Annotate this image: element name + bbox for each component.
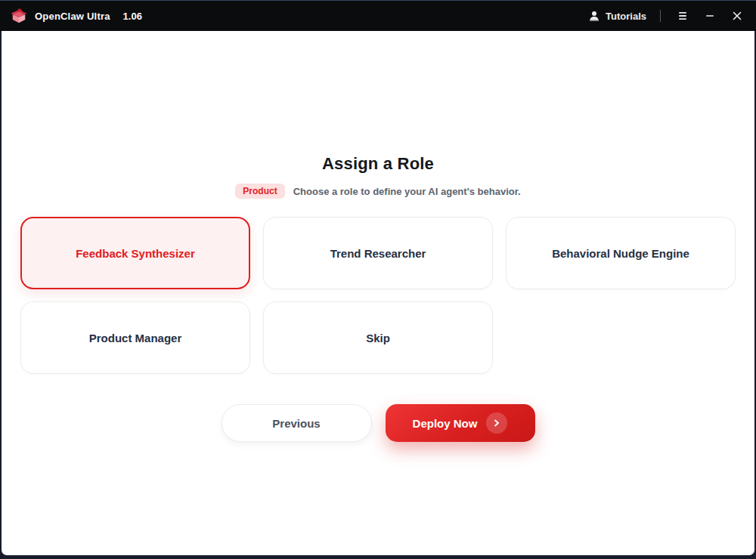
titlebar-left: OpenClaw Ultra 1.06 [11,8,142,24]
close-icon[interactable] [729,8,745,24]
actions-row: Previous Deploy Now [2,404,754,442]
hero-section: Assign a Role Product Choose a role to d… [2,31,754,199]
role-card-skip[interactable]: Skip [263,301,493,374]
tutorials-button[interactable]: Tutorials [588,10,646,22]
page-subtitle: Choose a role to define your AI agent's … [293,186,521,197]
chevron-right-icon [486,412,507,434]
role-label: Trend Researcher [330,247,426,260]
hamburger-menu-icon[interactable] [674,8,691,24]
minimize-icon[interactable] [702,8,718,24]
role-label: Behavioral Nudge Engine [552,247,689,260]
page-title: Assign a Role [2,154,754,174]
app-logo-box-icon [11,8,27,24]
subtitle-row: Product Choose a role to define your AI … [2,184,754,199]
role-card-behavioral-nudge-engine[interactable]: Behavioral Nudge Engine [506,217,736,289]
deploy-now-button[interactable]: Deploy Now [386,404,535,442]
titlebar-separator [660,10,661,22]
app-title: OpenClaw Ultra [35,11,110,22]
role-label: Feedback Synthesizer [76,247,195,260]
role-grid: Feedback Synthesizer Trend Researcher Be… [20,217,736,374]
product-badge: Product [235,184,284,199]
previous-button[interactable]: Previous [222,404,372,442]
role-label: Product Manager [89,332,182,344]
titlebar: OpenClaw Ultra 1.06 Tutorials [0,1,756,31]
person-icon [588,10,600,22]
deploy-now-label: Deploy Now [413,417,478,430]
role-label: Skip [366,332,390,344]
app-version: 1.06 [123,11,142,22]
main-content: Assign a Role Product Choose a role to d… [2,31,754,555]
app-window: OpenClaw Ultra 1.06 Tutorials [0,0,756,559]
role-card-trend-researcher[interactable]: Trend Researcher [263,217,493,289]
role-card-feedback-synthesizer[interactable]: Feedback Synthesizer [20,217,250,289]
role-card-product-manager[interactable]: Product Manager [20,301,250,374]
titlebar-right: Tutorials [588,8,745,24]
tutorials-label: Tutorials [606,11,646,22]
